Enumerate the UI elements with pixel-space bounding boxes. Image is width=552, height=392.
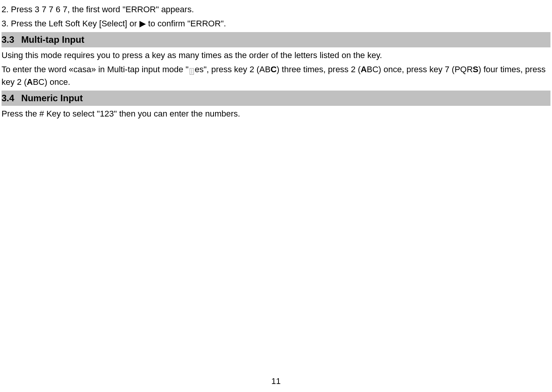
section-3-4-paragraph-1: Press the # Key to select "123" then you… xyxy=(2,107,550,120)
para2-bold1: C xyxy=(270,65,277,74)
para2-part6: BC) once. xyxy=(33,77,70,87)
step-3-text: 3. Press the Left Soft Key [Select] or ▶… xyxy=(2,17,550,30)
section-3-3-paragraph-2: To enter the word «casa» in Multi-tap in… xyxy=(2,63,550,88)
page-number: 11 xyxy=(0,375,552,387)
section-3-3-paragraph-1: Using this mode requires you to press a … xyxy=(2,49,550,62)
section-3-4-number: 3.4 xyxy=(2,91,14,105)
section-3-4-header: 3.4Numeric Input xyxy=(2,91,550,106)
para2-part3: ) three times, press 2 ( xyxy=(277,65,361,74)
section-3-3-number: 3.3 xyxy=(2,33,14,47)
para2-part1: To enter the word «casa» in Multi-tap in… xyxy=(2,65,189,74)
para2-bold2: A xyxy=(361,65,367,74)
section-3-4-title: Numeric Input xyxy=(21,93,83,103)
para2-part4: BC) once, press key 7 (PQR xyxy=(367,65,473,74)
input-mode-icon xyxy=(189,66,194,74)
para2-bold3: S xyxy=(473,65,479,74)
section-3-3-header: 3.3Multi-tap Input xyxy=(2,32,550,47)
section-3-3-title: Multi-tap Input xyxy=(21,34,84,45)
step-2-text: 2. Press 3 7 7 6 7, the first word "ERRO… xyxy=(2,3,550,16)
para2-part2: es", press key 2 (AB xyxy=(195,65,271,74)
para2-bold4: A xyxy=(27,77,33,87)
